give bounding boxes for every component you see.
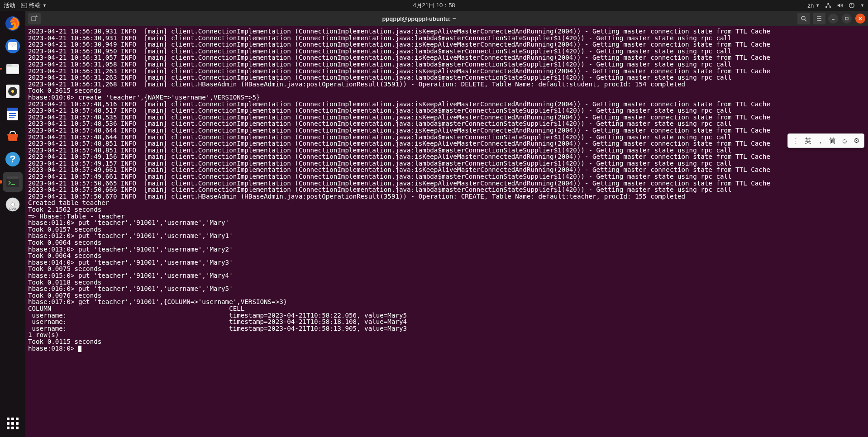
svg-point-31 [801, 16, 805, 20]
svg-rect-37 [845, 17, 848, 20]
input-method-indicator[interactable]: zh ▼ [807, 2, 820, 9]
dock-thunderbird[interactable] [3, 36, 23, 56]
minimize-button[interactable] [828, 14, 838, 24]
terminal-output[interactable]: 2023-04-21 10:56:30,931 INFO [main] clie… [25, 26, 868, 437]
gnome-topbar: 活动 终端 ▼ 4月21日 10：58 zh ▼ ▼ [0, 0, 868, 11]
ime-drag-handle-icon[interactable]: ⋮ [792, 137, 799, 145]
svg-text:DVD: DVD [10, 207, 16, 210]
terminal-app-icon [21, 2, 27, 9]
dock-firefox[interactable] [3, 14, 23, 33]
dock-disc[interactable]: DVD [3, 195, 23, 214]
ime-lang-toggle[interactable]: 英 [805, 137, 811, 145]
svg-rect-0 [21, 3, 27, 8]
window-title: ppqppl@ppqppl-ubuntu: ~ [43, 15, 795, 22]
search-button[interactable] [797, 13, 810, 24]
dock-ubuntu-software[interactable] [3, 127, 23, 147]
dock-files[interactable] [3, 59, 23, 79]
svg-rect-9 [6, 64, 12, 66]
hamburger-menu-button[interactable] [813, 13, 825, 24]
chevron-down-icon[interactable]: ▼ [860, 3, 864, 8]
svg-line-32 [805, 19, 806, 21]
terminal-window: ppqppl@ppqppl-ubuntu: ~ 2023-04-21 10:56… [25, 11, 868, 437]
ime-punct-toggle[interactable]: ， [817, 137, 824, 145]
svg-point-13 [11, 90, 14, 93]
chevron-down-icon: ▼ [43, 3, 47, 8]
dock-terminal[interactable] [3, 172, 23, 192]
ime-emoji-button[interactable]: ☺ [841, 137, 848, 145]
svg-point-26 [11, 203, 14, 206]
volume-icon[interactable] [837, 2, 843, 9]
dock-help[interactable]: ? [3, 149, 23, 169]
network-icon[interactable] [825, 2, 831, 9]
dock-rhythmbox[interactable] [3, 81, 23, 101]
ime-toolbar[interactable]: ⋮ 英 ， 简 ☺ ⚙ [787, 133, 864, 148]
svg-rect-15 [7, 108, 18, 111]
activities-button[interactable]: 活动 [4, 1, 15, 10]
ime-simplified-toggle[interactable]: 简 [829, 137, 836, 145]
new-tab-button[interactable] [28, 13, 41, 24]
dock-show-apps[interactable] [3, 413, 23, 433]
active-app-label: 终端 [29, 1, 41, 10]
terminal-cursor [78, 346, 81, 352]
window-titlebar: ppqppl@ppqppl-ubuntu: ~ [25, 11, 868, 26]
ime-settings-icon[interactable]: ⚙ [854, 137, 859, 145]
svg-rect-23 [6, 176, 19, 179]
chevron-down-icon: ▼ [816, 3, 820, 8]
datetime-label[interactable]: 4月21日 10：58 [413, 1, 455, 10]
maximize-button[interactable] [842, 14, 852, 24]
power-icon[interactable] [849, 2, 855, 9]
active-app-menu[interactable]: 终端 ▼ [21, 1, 47, 10]
svg-rect-28 [32, 17, 36, 21]
svg-rect-10 [7, 67, 18, 73]
svg-text:?: ? [10, 153, 15, 165]
close-button[interactable] [855, 14, 865, 24]
dock-libreoffice-writer[interactable] [3, 104, 23, 124]
ubuntu-dock: ? DVD [0, 11, 25, 437]
